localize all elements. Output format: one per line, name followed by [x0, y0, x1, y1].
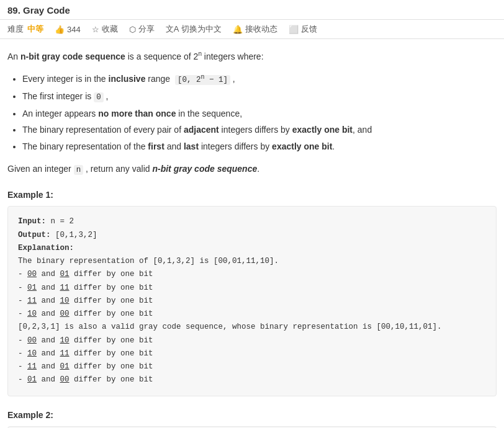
- problem-intro: An n-bit gray code sequence is a sequenc…: [7, 49, 497, 63]
- translate-button[interactable]: 文A 切换为中文: [166, 24, 222, 35]
- example-2-box: Input: n = 1 Output: [0,1]: [7, 426, 497, 428]
- difficulty-label: 难度: [7, 24, 24, 35]
- like-count: 344: [67, 25, 81, 34]
- share-label: 分享: [138, 24, 155, 35]
- star-icon: ☆: [92, 25, 99, 34]
- example-2-section: Example 2: Input: n = 1 Output: [0,1]: [7, 410, 497, 428]
- collect-label: 收藏: [102, 24, 118, 35]
- share-icon: ⬡: [129, 25, 136, 34]
- notification-button[interactable]: 🔔 接收动态: [233, 24, 277, 35]
- problem-list: Every integer is in the inclusive range …: [22, 71, 497, 154]
- list-item: An integer appears no more than once in …: [22, 105, 497, 122]
- list-item: The binary representation of the first a…: [22, 138, 497, 155]
- title-text: 89. Gray Code: [7, 5, 70, 16]
- list-item: The binary representation of every pair …: [22, 122, 497, 138]
- feedback-label: 反馈: [301, 24, 317, 35]
- translate-label: 切换为中文: [181, 24, 222, 35]
- example-1-section: Example 1: Input: n = 2 Output: [0,1,3,2…: [7, 190, 497, 396]
- bell-icon: 🔔: [233, 25, 243, 34]
- toolbar: 难度 中等 👍 344 ☆ 收藏 ⬡ 分享 文A 切换为中文 🔔 接收动态 ⬜ …: [0, 20, 504, 39]
- share-button[interactable]: ⬡ 分享: [129, 24, 155, 35]
- difficulty-section: 难度 中等: [7, 24, 43, 35]
- difficulty-value: 中等: [27, 24, 43, 35]
- notification-label: 接收动态: [245, 24, 277, 35]
- feedback-button[interactable]: ⬜ 反馈: [289, 24, 317, 35]
- list-item: Every integer is in the inclusive range …: [22, 71, 497, 88]
- collect-button[interactable]: ☆ 收藏: [92, 24, 118, 35]
- example-2-title: Example 2:: [7, 410, 497, 420]
- problem-content: An n-bit gray code sequence is a sequenc…: [0, 39, 504, 428]
- example-1-title: Example 1:: [7, 190, 497, 200]
- feedback-icon: ⬜: [289, 25, 299, 34]
- like-icon: 👍: [55, 25, 65, 34]
- list-item: The first integer is 0 ,: [22, 88, 497, 105]
- page-title: 89. Gray Code: [0, 0, 504, 20]
- translate-icon: 文A: [166, 24, 179, 35]
- problem-footer: Given an integer n , return any valid n-…: [7, 162, 497, 176]
- example-1-box: Input: n = 2 Output: [0,1,3,2] Explanati…: [7, 206, 497, 396]
- like-button[interactable]: 👍 344: [55, 25, 81, 34]
